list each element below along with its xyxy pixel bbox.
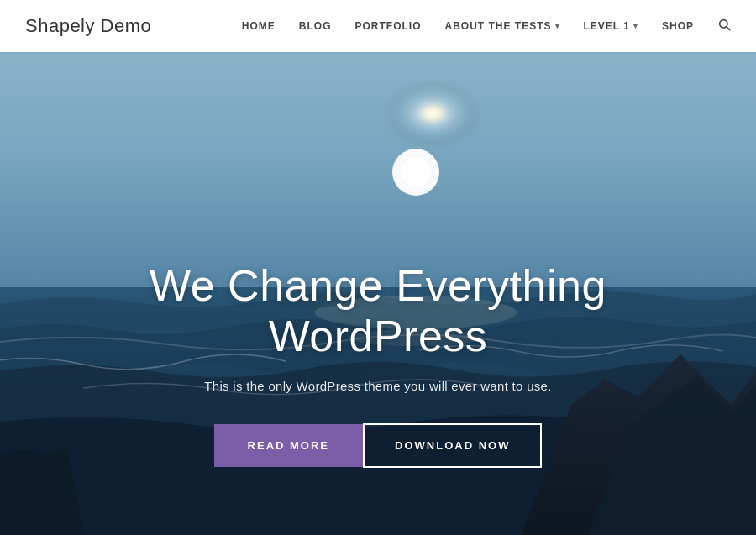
chevron-down-icon: ▾ xyxy=(555,22,560,30)
nav-shop[interactable]: SHOP xyxy=(662,20,694,32)
nav-blog[interactable]: BLOG xyxy=(299,20,332,32)
nav-about-tests[interactable]: ABOUT THE TESTS ▾ xyxy=(445,20,560,32)
hero-content: We Change Everything WordPress This is t… xyxy=(0,261,756,468)
nav-portfolio[interactable]: PORTFOLIO xyxy=(355,20,422,32)
site-title: Shapely Demo xyxy=(25,15,151,37)
download-now-button[interactable]: DOWNLOAD NOW xyxy=(363,423,542,468)
nav-level1[interactable]: LEVEL 1 ▾ xyxy=(584,20,638,32)
search-icon[interactable] xyxy=(717,18,731,34)
svg-line-1 xyxy=(727,27,730,30)
hero-section: We Change Everything WordPress This is t… xyxy=(0,52,756,535)
main-nav: HOME BLOG PORTFOLIO ABOUT THE TESTS ▾ LE… xyxy=(242,18,731,34)
hero-headline: We Change Everything WordPress xyxy=(17,261,739,362)
chevron-down-icon: ▾ xyxy=(633,22,638,30)
hero-subtext: This is the only WordPress theme you wil… xyxy=(17,379,739,393)
read-more-button[interactable]: READ MORE xyxy=(214,424,363,467)
hero-buttons: READ MORE DOWNLOAD NOW xyxy=(17,423,739,468)
hero-background: We Change Everything WordPress This is t… xyxy=(0,52,756,535)
svg-point-5 xyxy=(401,157,431,187)
nav-home[interactable]: HOME xyxy=(242,20,276,32)
site-header: Shapely Demo HOME BLOG PORTFOLIO ABOUT T… xyxy=(0,0,756,52)
